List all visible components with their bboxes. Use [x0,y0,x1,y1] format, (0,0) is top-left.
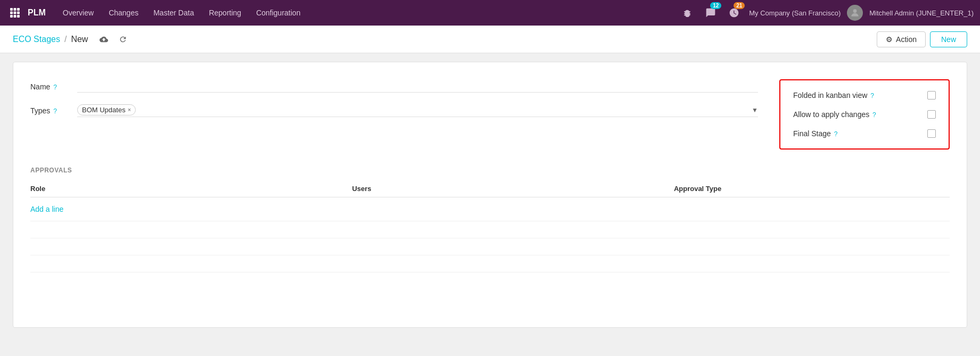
col-users: Users [352,180,673,197]
allow-apply-row: Allow to apply changes ? [793,110,936,119]
type-tag-bom-updates: BOM Updates × [77,104,136,115]
breadcrumb-parent[interactable]: ECO Stages [13,35,60,44]
svg-rect-6 [10,15,13,18]
form-left: Name ? Types ? BOM Updates × [30,79,758,150]
final-stage-checkbox[interactable] [927,129,936,138]
breadcrumb-left: ECO Stages / New [13,32,130,47]
breadcrumb-separator: / [64,35,67,44]
folded-kanban-row: Folded in kanban view ? [793,91,936,100]
name-label: Name ? [30,79,73,91]
final-stage-label: Final Stage ? [793,129,923,138]
allow-apply-checkbox[interactable] [927,110,936,119]
allow-apply-label: Allow to apply changes ? [793,110,923,119]
final-stage-row: Final Stage ? [793,129,936,138]
types-field[interactable]: BOM Updates × ▼ [77,103,758,117]
breadcrumb-current: New [71,35,88,44]
svg-rect-3 [10,12,13,14]
form-right: Folded in kanban view ? Allow to apply c… [779,79,950,150]
name-field-group: Name ? [30,79,758,93]
nav-menu: Overview Changes Master Data Reporting C… [56,6,679,19]
clock-icon-btn[interactable]: 21 [726,4,743,21]
types-label: Types ? [30,103,73,115]
gear-icon: ⚙ [886,35,893,44]
name-input[interactable] [77,79,758,93]
approvals-title: APPROVALS [30,167,950,174]
main-content: Name ? Types ? BOM Updates × [0,53,980,336]
nav-master-data[interactable]: Master Data [147,6,200,19]
empty-row-1 [30,221,950,238]
topnav-right: 12 21 My Company (San Francisco) Mitchel… [679,4,974,21]
chat-icon-btn[interactable]: 12 [702,4,719,21]
nav-configuration[interactable]: Configuration [250,6,307,19]
final-help-icon[interactable]: ? [834,130,838,138]
chat-badge: 12 [710,2,721,9]
form-body: Name ? Types ? BOM Updates × [30,79,950,150]
nav-changes[interactable]: Changes [102,6,145,19]
company-name: My Company (San Francisco) [749,9,841,17]
breadcrumb-bar: ECO Stages / New ⚙ Action New [0,26,980,53]
svg-rect-5 [17,12,20,14]
svg-rect-2 [17,8,20,11]
folded-kanban-label: Folded in kanban view ? [793,91,923,100]
empty-row-2 [30,238,950,255]
user-name[interactable]: Mitchell Admin (JUNE_ENTER_1) [869,9,974,17]
nav-overview[interactable]: Overview [56,6,100,19]
svg-rect-0 [10,8,13,11]
folded-kanban-checkbox[interactable] [927,91,936,100]
bug-icon-btn[interactable] [679,4,696,21]
svg-rect-4 [14,12,17,14]
types-help-icon[interactable]: ? [53,107,57,115]
add-line-button[interactable]: Add a line [30,202,63,217]
action-button[interactable]: ⚙ Action [877,31,926,47]
new-button[interactable]: New [930,31,967,47]
approvals-section: APPROVALS Role Users Approval Type Add a… [30,167,950,272]
top-navigation: PLM Overview Changes Master Data Reporti… [0,0,980,26]
folded-help-icon[interactable]: ? [870,92,874,100]
add-line-row: Add a line [30,197,950,221]
allow-help-icon[interactable]: ? [872,111,876,119]
nav-reporting[interactable]: Reporting [202,6,248,19]
refresh-icon[interactable] [116,32,130,47]
activities-badge: 21 [734,2,745,9]
col-role: Role [30,180,352,197]
user-avatar[interactable] [847,5,863,21]
breadcrumb-icons [96,32,130,47]
options-panel: Folded in kanban view ? Allow to apply c… [779,79,950,150]
apps-grid-icon[interactable] [6,4,23,21]
type-tag-remove-btn[interactable]: × [128,107,131,113]
breadcrumb-right: ⚙ Action New [877,31,967,47]
empty-row-3 [30,255,950,272]
types-field-group: Types ? BOM Updates × ▼ [30,103,758,117]
svg-rect-7 [14,15,17,18]
name-help-icon[interactable]: ? [53,84,57,91]
types-dropdown-arrow[interactable]: ▼ [752,106,758,114]
approvals-table: Role Users Approval Type Add a line [30,180,950,272]
svg-point-9 [853,9,857,13]
brand-name: PLM [28,8,46,18]
upload-to-cloud-icon[interactable] [96,32,111,47]
col-approval-type: Approval Type [674,180,950,197]
form-card: Name ? Types ? BOM Updates × [13,62,967,328]
svg-rect-1 [14,8,17,11]
svg-rect-8 [17,15,20,18]
